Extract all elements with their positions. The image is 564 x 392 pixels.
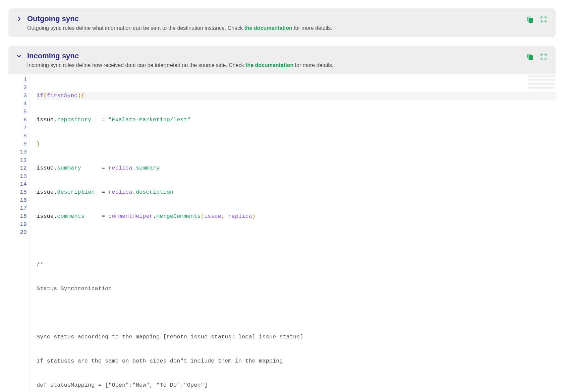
- obj-replica: replica: [108, 189, 132, 195]
- kw-if: if: [37, 92, 43, 99]
- incoming-title: Incoming sync: [27, 52, 526, 60]
- prop-description: description: [57, 189, 95, 195]
- prop-description-r: description: [136, 189, 173, 195]
- outgoing-desc-post: for more details.: [292, 25, 332, 31]
- fullscreen-icon[interactable]: [540, 16, 547, 23]
- obj-issue: issue: [37, 117, 54, 123]
- copy-icon[interactable]: [526, 16, 534, 23]
- op-eq: =: [102, 165, 105, 171]
- code-content[interactable]: if(firstSync){ issue.repository = "Exala…: [30, 74, 556, 392]
- obj-issue: issue: [37, 165, 54, 171]
- method-mergeComments: mergeComments: [156, 213, 201, 219]
- code-editor[interactable]: 1234567891011121314151617181920 if(first…: [8, 74, 556, 392]
- sep: ,: [221, 213, 228, 219]
- outgoing-header: Outgoing sync Outgoing sync rules define…: [8, 8, 556, 37]
- chevron-right-icon[interactable]: [14, 16, 24, 22]
- cmt-line: def statusMapping = ["Open":"New", "To D…: [37, 382, 208, 388]
- obj-commentHelper: commentHelper: [108, 213, 153, 219]
- outgoing-title: Outgoing sync: [27, 14, 526, 23]
- op-eq: =: [102, 189, 105, 195]
- incoming-desc-pre: Incoming sync rules define how received …: [27, 62, 245, 68]
- chevron-down-icon[interactable]: [14, 53, 24, 59]
- cmt-open: /*: [37, 261, 43, 268]
- op-eq: =: [102, 213, 105, 219]
- obj-issue: issue: [37, 213, 54, 219]
- outgoing-doc-link[interactable]: the documentation: [244, 25, 292, 31]
- obj-replica: replica: [108, 165, 132, 171]
- var-firstSync: firstSync: [47, 92, 78, 99]
- prop-summary-r: summary: [136, 165, 160, 171]
- cmt-line: Status Synchronization: [37, 285, 112, 292]
- outgoing-desc-pre: Outgoing sync rules define what informat…: [27, 25, 244, 31]
- arg-issue: issue: [204, 213, 221, 219]
- incoming-description: Incoming sync rules define how received …: [27, 62, 526, 68]
- outgoing-description: Outgoing sync rules define what informat…: [27, 25, 526, 31]
- arg-replica: replica: [228, 213, 252, 219]
- incoming-sync-panel: Incoming sync Incoming sync rules define…: [8, 46, 556, 392]
- incoming-header: Incoming sync Incoming sync rules define…: [8, 46, 556, 74]
- incoming-doc-link[interactable]: the documentation: [245, 62, 293, 68]
- prop-comments: comments: [57, 213, 84, 219]
- outgoing-sync-panel: Outgoing sync Outgoing sync rules define…: [8, 8, 556, 37]
- prop-repository: repository: [57, 117, 91, 123]
- cmt-line: If statuses are the same on both sides d…: [37, 358, 283, 364]
- obj-issue: issue: [37, 189, 54, 195]
- prop-summary: summary: [57, 165, 81, 171]
- close-brace: }: [37, 141, 40, 147]
- line-numbers: 1234567891011121314151617181920: [8, 74, 30, 392]
- op-eq: =: [102, 117, 105, 123]
- incoming-desc-post: for more details.: [293, 62, 333, 68]
- str-repo: "Exalate-Marketing/Test": [108, 117, 190, 123]
- cmt-line: Sync status according to the mapping [re…: [37, 334, 303, 340]
- copy-icon[interactable]: [526, 53, 534, 60]
- fullscreen-icon[interactable]: [540, 53, 547, 60]
